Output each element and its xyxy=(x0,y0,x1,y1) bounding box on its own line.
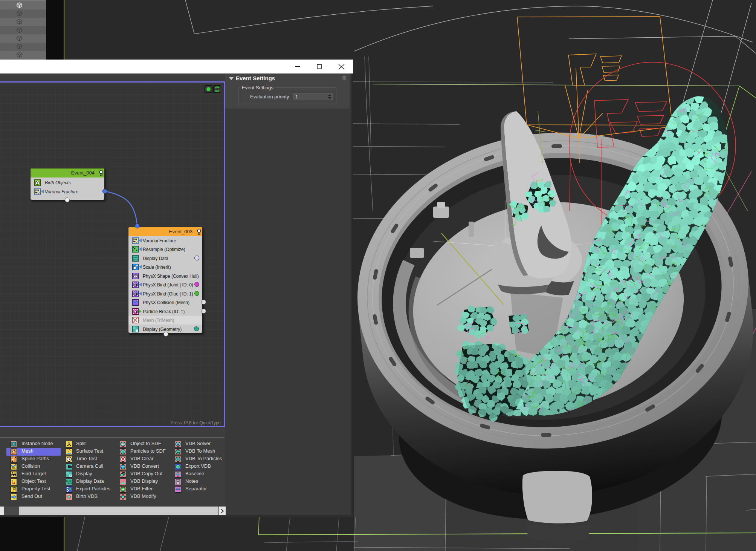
svg-text:1010: 1010 xyxy=(133,259,138,261)
svg-text:1010: 1010 xyxy=(66,482,72,485)
